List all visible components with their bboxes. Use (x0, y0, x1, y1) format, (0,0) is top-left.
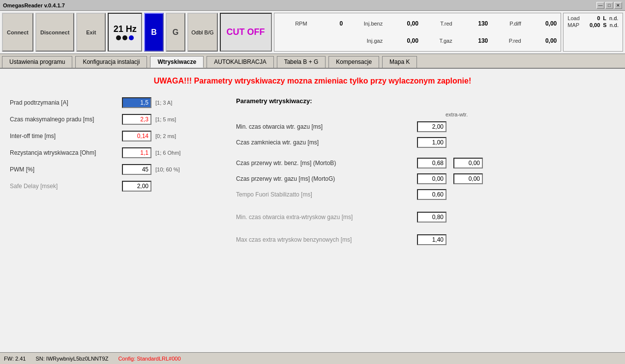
exit-button[interactable]: Exit (76, 13, 106, 52)
p-red-label: P.red (492, 38, 521, 44)
param-range-1: [1; 5 ms] (155, 116, 176, 122)
load-map-panel: Load 0 L n.d. MAP 0,00 S n.d. (563, 13, 623, 52)
inj-benz-label: Inj.benz (347, 21, 383, 27)
p-diff-value: 0,00 (525, 20, 557, 27)
right-param-row-2: Czas przerwy wtr. benz. [ms] (MortoB) (236, 158, 615, 168)
window-controls: — □ ✕ (596, 2, 622, 9)
warning-text: UWAGA!!! Parametry wtryskiwaczy mozna zm… (10, 77, 615, 85)
stats-panel: RPM 0 Inj.benz 0,00 T.red 130 P.diff 0,0… (274, 13, 562, 52)
extra-wtr-header: extra-wtr. (446, 112, 468, 117)
p-red-value: 0,00 (525, 37, 557, 44)
right-param-row-6: Max czas extra wtryskow benzynowych [ms] (236, 234, 615, 245)
param-row-3: Rezystancja wtryskiwacza [Ohm] [1; 6 Ohm… (10, 147, 216, 158)
param-label-0: Prad podtrzymania [A] (10, 99, 118, 106)
right-param-label-0: Min. czas otwarcia wtr. gazu [ms] (236, 123, 413, 130)
tab-kompensacje[interactable]: Kompensacje (328, 56, 379, 68)
param-row-4: PWM [%] [10; 60 %] (10, 164, 216, 175)
param-row-2: Inter-off time [ms] [0; 2 ms] (10, 131, 216, 141)
right-param-row-4: Tempo Fuori Stabilizatto [ms] (236, 189, 615, 200)
right-param-input-2[interactable] (417, 158, 446, 168)
t-red-value: 130 (456, 20, 488, 27)
inj-benz-value: 0,00 (387, 20, 418, 27)
cut-off-display: CUT OFF (220, 13, 272, 52)
right-param-input-0[interactable] (417, 121, 446, 132)
right-param-label-5: Min. czas otwarcia extra-wtryskow gazu [… (236, 214, 413, 221)
param-input-2[interactable] (122, 131, 151, 141)
param-input-1[interactable] (122, 114, 151, 125)
config-label: Config: StandardLRL#000 (118, 356, 180, 362)
main-content: UWAGA!!! Parametry wtryskiwaczy mozna zm… (0, 69, 625, 352)
param-row-1: Czas maksymalnego pradu [ms] [1; 5 ms] (10, 114, 216, 125)
right-param-label-6: Max czas extra wtryskow benzynowych [ms] (236, 236, 413, 243)
maximize-button[interactable]: □ (605, 2, 613, 9)
tab-konfiguracja[interactable]: Konfiguracja instalacji (75, 56, 147, 68)
right-param-extra-input-3[interactable] (453, 173, 483, 184)
b-button[interactable]: B (144, 13, 164, 52)
minimize-button[interactable]: — (596, 2, 604, 9)
disconnect-button[interactable]: Disconnect (35, 13, 74, 52)
close-button[interactable]: ✕ (614, 2, 622, 9)
p-diff-label: P.diff (492, 21, 521, 27)
g-button[interactable]: G (166, 13, 185, 52)
param-input-3[interactable] (122, 147, 151, 158)
odbl-button[interactable]: Odbl B/G (187, 13, 217, 52)
sn-label: SN: IWRywbniyL5bz0LNNT9Z (35, 356, 108, 362)
param-input-0[interactable] (122, 97, 151, 108)
title-bar: OmegasReader v.0.4.1.7 — □ ✕ (0, 0, 625, 11)
param-row-5: Safe Delay [msek] (10, 181, 216, 192)
right-params: Parametry wtryskiwaczy: extra-wtr. Min. … (236, 97, 615, 250)
hz-value: 21 Hz (114, 24, 137, 34)
dot-1 (116, 35, 121, 40)
tab-ustawienia[interactable]: Ustawienia programu (2, 56, 72, 68)
map-row: MAP 0,00 S n.d. (567, 22, 619, 28)
load-label: Load (567, 15, 585, 21)
cut-off-text: CUT OFF (227, 27, 265, 37)
inj-gaz-label: Inj.gaz (347, 38, 383, 44)
params-layout: Prad podtrzymania [A] [1; 3 A] Czas maks… (10, 97, 615, 250)
right-param-extra-input-2[interactable] (453, 158, 483, 168)
right-param-input-3[interactable] (417, 173, 446, 184)
param-label-4: PWM [%] (10, 166, 118, 173)
toolbar: Connect Disconnect Exit 21 Hz B G Odbl B… (0, 11, 625, 54)
right-param-input-4[interactable] (417, 189, 446, 200)
right-param-input-5[interactable] (417, 212, 446, 223)
right-param-label-1: Czas zamkniecia wtr. gazu [ms] (236, 139, 413, 146)
dot-3 (129, 35, 134, 40)
right-param-input-6[interactable] (417, 234, 446, 245)
right-param-input-1[interactable] (417, 137, 446, 148)
s-label: S (603, 22, 606, 28)
param-row-0: Prad podtrzymania [A] [1; 3 A] (10, 97, 216, 108)
t-red-label: T.red (422, 21, 452, 27)
right-param-label-4: Tempo Fuori Stabilizatto [ms] (236, 191, 413, 198)
param-range-4: [10; 60 %] (155, 167, 180, 172)
window-title: OmegasReader v.0.4.1.7 (3, 2, 65, 8)
load-row: Load 0 L n.d. (567, 15, 619, 21)
param-range-0: [1; 3 A] (155, 100, 172, 106)
param-range-3: [1; 6 Ohm] (155, 150, 180, 156)
param-input-4[interactable] (122, 164, 151, 175)
param-label-5: Safe Delay [msek] (10, 183, 118, 190)
right-param-row-5: Min. czas otwarcia extra-wtryskow gazu [… (236, 212, 615, 223)
right-param-row-0: Min. czas otwarcia wtr. gazu [ms] (236, 121, 615, 132)
param-label-3: Rezystancja wtryskiwacza [Ohm] (10, 149, 118, 156)
map-value: 0,00 (588, 22, 600, 28)
right-section-title: Parametry wtryskiwaczy: (236, 97, 615, 105)
map-label: MAP (567, 22, 585, 28)
fw-label: FW: 2.41 (4, 356, 26, 362)
right-param-label-3: Czas przerwy wtr. gazu [ms] (MortoG) (236, 175, 413, 182)
tab-wtryskiwacze[interactable]: Wtryskiwacze (150, 56, 204, 68)
l-value: n.d. (609, 15, 618, 21)
hz-dots (116, 35, 134, 40)
rpm-label: RPM (278, 21, 307, 27)
param-range-2: [0; 2 ms] (155, 133, 176, 139)
param-input-5[interactable] (122, 181, 151, 192)
status-bar: FW: 2.41 SN: IWRywbniyL5bz0LNNT9Z Config… (0, 352, 625, 364)
tab-autokalibracja[interactable]: AUTOKALIBRACJA (207, 56, 273, 68)
tab-mapa[interactable]: Mapa K (382, 56, 417, 68)
param-label-2: Inter-off time [ms] (10, 133, 118, 140)
t-gaz-value: 130 (456, 37, 488, 44)
connect-button[interactable]: Connect (2, 13, 33, 52)
tab-tabela[interactable]: Tabela B + G (277, 56, 326, 68)
l-label: L (603, 15, 606, 21)
left-params: Prad podtrzymania [A] [1; 3 A] Czas maks… (10, 97, 216, 250)
